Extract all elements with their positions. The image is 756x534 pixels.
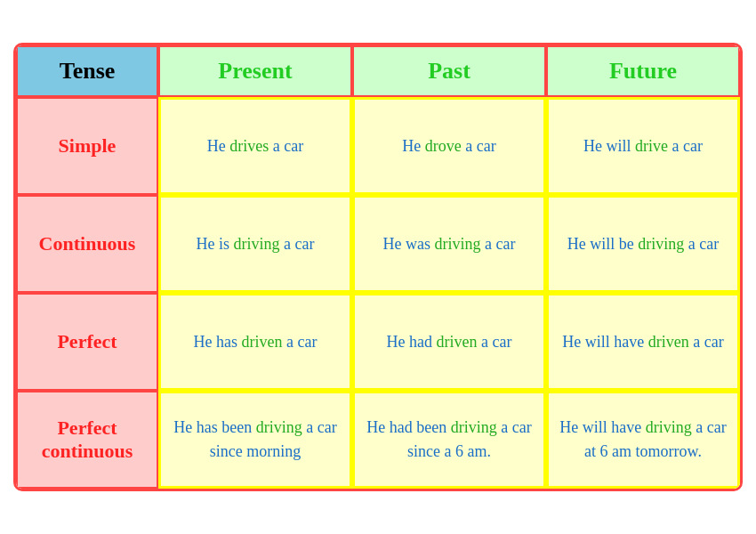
continuous-present-text: He is driving a car <box>197 232 315 256</box>
continuous-past-cell: He was driving a car <box>352 195 546 293</box>
perfect-label: Perfect <box>57 330 117 353</box>
continuous-future-cell: He will be driving a car <box>546 195 740 293</box>
continuous-present-cell: He is driving a car <box>158 195 352 293</box>
simple-present-text: He drives a car <box>207 134 303 158</box>
perfect-continuous-past-verb: driving <box>451 418 497 436</box>
perfect-future-text: He will have driven a car <box>562 330 723 354</box>
perfect-future-cell: He will have driven a car <box>546 293 740 391</box>
row-label-continuous: Continuous <box>16 195 158 293</box>
perfect-continuous-past-cell: He had been driving a car since a 6 am. <box>352 391 546 489</box>
continuous-label: Continuous <box>39 232 136 255</box>
perfect-continuous-future-cell: He will have driving a car at 6 am tomor… <box>546 391 740 489</box>
perfect-present-cell: He has driven a car <box>158 293 352 391</box>
continuous-past-text: He was driving a car <box>383 232 516 256</box>
simple-past-text: He drove a car <box>402 134 495 158</box>
perfect-continuous-future-verb: driving <box>646 418 692 436</box>
perfect-past-verb: driven <box>437 333 478 351</box>
simple-future-text: He will drive a car <box>583 134 703 158</box>
simple-label: Simple <box>59 134 117 158</box>
continuous-future-text: He will be driving a car <box>567 232 719 256</box>
perfect-continuous-present-text: He has been driving a car since morning <box>168 416 342 464</box>
table-grid: Tense Present Past Future Simple He driv… <box>16 45 740 489</box>
simple-present-cell: He drives a car <box>158 97 352 195</box>
simple-past-cell: He drove a car <box>352 97 546 195</box>
tense-table: Tense Present Past Future Simple He driv… <box>13 43 743 491</box>
simple-present-verb: drives <box>229 137 269 155</box>
perfect-continuous-present-cell: He has been driving a car since morning <box>158 391 352 489</box>
perfect-continuous-past-text: He had been driving a car since a 6 am. <box>362 416 536 464</box>
continuous-present-verb: driving <box>234 235 280 253</box>
perfect-past-text: He had driven a car <box>387 330 512 354</box>
header-future-cell: Future <box>546 45 740 97</box>
simple-future-verb: drive <box>635 137 668 155</box>
perfect-continuous-label: Perfect continuous <box>23 417 151 463</box>
continuous-past-verb: driving <box>435 235 481 253</box>
continuous-future-verb: driving <box>638 235 684 253</box>
tense-header-label: Tense <box>60 58 116 85</box>
past-header-label: Past <box>428 58 470 85</box>
perfect-present-text: He has driven a car <box>194 330 318 354</box>
row-label-perfect: Perfect <box>16 293 158 391</box>
simple-past-verb: drove <box>425 137 462 155</box>
header-tense-cell: Tense <box>16 45 158 97</box>
simple-future-cell: He will drive a car <box>546 97 740 195</box>
perfect-past-cell: He had driven a car <box>352 293 546 391</box>
perfect-future-verb: driven <box>648 333 689 351</box>
perfect-present-verb: driven <box>242 333 283 351</box>
row-label-simple: Simple <box>16 97 158 195</box>
perfect-continuous-present-verb: driving <box>256 418 302 436</box>
header-past-cell: Past <box>352 45 546 97</box>
row-label-perfect-continuous: Perfect continuous <box>16 391 158 489</box>
future-header-label: Future <box>609 58 677 85</box>
present-header-label: Present <box>218 58 292 85</box>
perfect-continuous-future-text: He will have driving a car at 6 am tomor… <box>556 416 730 464</box>
header-present-cell: Present <box>158 45 352 97</box>
